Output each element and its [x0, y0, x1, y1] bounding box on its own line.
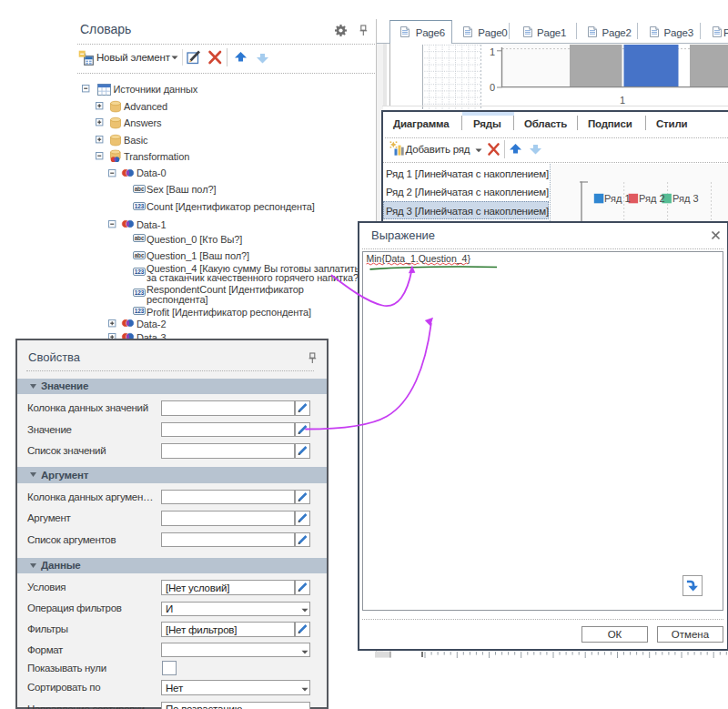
svg-text:1: 1	[620, 95, 625, 106]
